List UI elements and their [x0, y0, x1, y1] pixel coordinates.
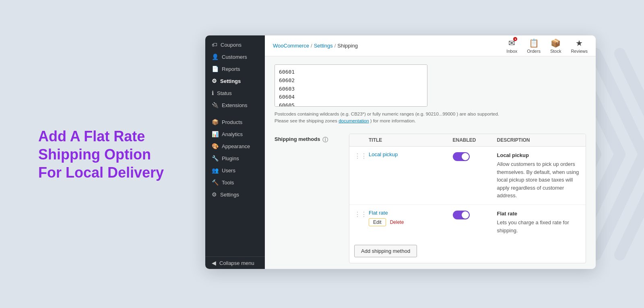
flat-rate-actions: Edit Delete	[369, 218, 453, 226]
sidebar-item-plugins[interactable]: 🔧 Plugins	[205, 152, 265, 164]
sidebar-item-tools[interactable]: 🔨 Tools	[205, 176, 265, 188]
main-window: 🏷 Coupons 👤 Customers 📄 Reports ⚙ Settin…	[205, 35, 596, 269]
sidebar-item-settings[interactable]: ⚙ Settings	[205, 75, 265, 87]
toggle-flat-rate[interactable]	[453, 211, 470, 219]
method-row-flat-rate: ⋮⋮ Flat rate Edit Delete	[349, 205, 586, 240]
plugins-icon: 🔧	[212, 155, 219, 161]
appearance-icon: 🎨	[212, 143, 219, 149]
sidebar-item-status[interactable]: ℹ Status	[205, 87, 265, 99]
breadcrumb-current: Shipping	[337, 43, 358, 49]
shipping-methods-row: Shipping methods ⓘ Title Enabled Descrip…	[275, 134, 586, 264]
sidebar-item-users[interactable]: 👥 Users	[205, 164, 265, 176]
sidebar-item-analytics[interactable]: 📊 Analytics	[205, 128, 265, 140]
main-content-area: WooCommerce / Settings / Shipping ✉ ● In…	[265, 35, 596, 269]
sidebar-item-customers[interactable]: 👤 Customers	[205, 51, 265, 63]
analytics-icon: 📊	[212, 131, 219, 137]
products-icon: 📦	[212, 119, 219, 125]
collapse-icon: ◀	[212, 260, 216, 266]
method-title-flat-rate: Flat rate Edit Delete	[369, 210, 453, 226]
orders-icon: 📋	[529, 38, 539, 48]
page-body: 60601 60602 60603 60604 60605 Postcodes …	[265, 56, 596, 269]
methods-table-header: Title Enabled Description	[349, 134, 586, 147]
sidebar-item-settings2[interactable]: ⚙ Settings	[205, 188, 265, 201]
postcodes-hint: Postcodes containing wildcards (e.g. CB2…	[275, 111, 508, 125]
add-shipping-method-button[interactable]: Add shipping method	[354, 245, 417, 257]
toggle-local-pickup[interactable]	[453, 152, 470, 161]
breadcrumb-settings[interactable]: Settings	[314, 43, 333, 49]
reviews-icon: ★	[576, 38, 583, 48]
edit-flat-rate-button[interactable]: Edit	[369, 218, 386, 226]
topbar-reviews[interactable]: ★ Reviews	[571, 38, 588, 54]
breadcrumb-woocommerce[interactable]: WooCommerce	[273, 43, 309, 49]
sidebar-item-reports[interactable]: 📄 Reports	[205, 63, 265, 75]
sidebar-item-coupons[interactable]: 🏷 Coupons	[205, 39, 265, 51]
desc-local-pickup: Local pickup Allow customers to pick up …	[497, 151, 581, 200]
topbar-stock[interactable]: 📦 Stock	[550, 38, 561, 54]
topbar: WooCommerce / Settings / Shipping ✉ ● In…	[265, 35, 596, 56]
sidebar-item-products[interactable]: 📦 Products	[205, 116, 265, 128]
sidebar-item-collapse[interactable]: ◀ Collapse menu	[205, 256, 265, 269]
settings2-icon: ⚙	[212, 191, 217, 198]
users-icon: 👥	[212, 167, 219, 174]
inbox-badge: ●	[513, 37, 517, 41]
shipping-methods-label: Shipping methods ⓘ	[275, 134, 341, 264]
extensions-icon: 🔌	[212, 102, 219, 108]
customers-icon: 👤	[212, 54, 219, 60]
method-title-local-pickup: Local pickup	[369, 151, 453, 157]
status-icon: ℹ	[212, 90, 214, 96]
topbar-inbox[interactable]: ✉ ● Inbox	[506, 38, 517, 54]
hero-text: Add A Flat Rate Shipping Option For Loca…	[38, 127, 175, 181]
col-enabled: Enabled	[453, 137, 497, 143]
local-pickup-link[interactable]: Local pickup	[369, 151, 453, 157]
enabled-col-flat-rate	[453, 210, 497, 219]
sidebar: 🏷 Coupons 👤 Customers 📄 Reports ⚙ Settin…	[205, 35, 265, 269]
breadcrumb-sep1: /	[311, 43, 312, 49]
drag-handle-local-pickup[interactable]: ⋮⋮	[354, 151, 369, 160]
breadcrumb: WooCommerce / Settings / Shipping	[273, 43, 358, 49]
tools-icon: 🔨	[212, 179, 219, 186]
reports-icon: 📄	[212, 66, 219, 72]
flat-rate-link[interactable]: Flat rate	[369, 210, 453, 216]
documentation-link[interactable]: documentation	[339, 118, 369, 123]
info-icon[interactable]: ⓘ	[322, 136, 328, 144]
desc-flat-rate: Flat rate Lets you charge a fixed rate f…	[497, 210, 581, 235]
methods-table: Title Enabled Description ⋮⋮ Local picku…	[349, 134, 586, 264]
delete-flat-rate-button[interactable]: Delete	[388, 218, 406, 226]
coupons-icon: 🏷	[212, 41, 217, 48]
settings-icon: ⚙	[212, 78, 217, 84]
postcodes-textarea[interactable]: 60601 60602 60603 60604 60605	[275, 64, 427, 107]
breadcrumb-sep2: /	[334, 43, 336, 49]
col-title: Title	[369, 137, 453, 143]
sidebar-item-appearance[interactable]: 🎨 Appearance	[205, 140, 265, 152]
stock-icon: 📦	[551, 38, 561, 48]
col-description: Description	[497, 137, 581, 143]
drag-handle-flat-rate[interactable]: ⋮⋮	[354, 210, 369, 218]
enabled-col-local-pickup	[453, 151, 497, 161]
topbar-orders[interactable]: 📋 Orders	[527, 38, 541, 54]
topbar-icons: ✉ ● Inbox 📋 Orders 📦 Stock ★ Reviews	[506, 38, 588, 54]
method-row-local-pickup: ⋮⋮ Local pickup Local pickup Allow custo…	[349, 147, 586, 205]
inbox-icon: ✉ ●	[508, 38, 515, 48]
sidebar-item-extensions[interactable]: 🔌 Extensions	[205, 99, 265, 111]
